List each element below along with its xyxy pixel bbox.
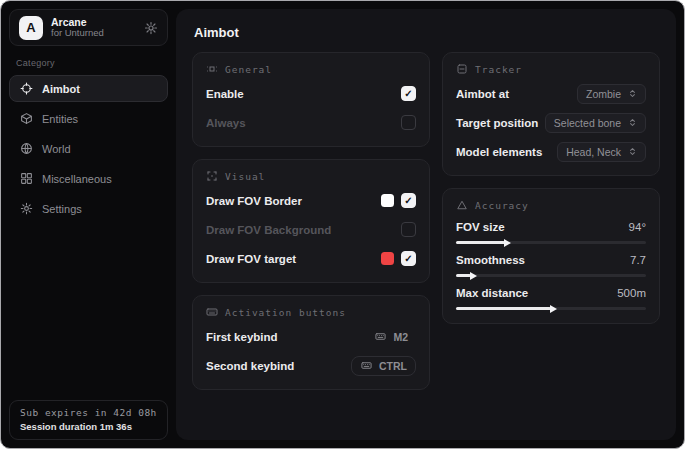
card-header-label: Tracker [475, 64, 522, 75]
setting-label: FOV size [456, 221, 505, 233]
setting-label: Draw FOV Background [206, 224, 331, 236]
enable-checkbox[interactable] [401, 86, 416, 101]
keyboard-icon [206, 306, 218, 318]
max-distance-slider[interactable] [456, 307, 646, 310]
sidebar-item-label: Miscellaneous [42, 173, 112, 185]
dropdown-value: Zombie [586, 88, 621, 100]
first-keybind-button[interactable]: M2 [366, 328, 416, 346]
chevrons-up-down-icon [628, 146, 637, 157]
setting-row: Draw FOV Background [206, 219, 416, 240]
fov-border-color-swatch[interactable] [381, 194, 394, 207]
aimbot-at-dropdown[interactable]: Zombie [577, 84, 646, 104]
slider-thumb[interactable] [550, 305, 557, 313]
brand-text: Arcane for Unturned [51, 16, 136, 39]
sidebar-item-label: Aimbot [42, 83, 80, 95]
setting-row: Always [206, 112, 416, 133]
slider-thumb[interactable] [504, 239, 511, 247]
row-controls [381, 193, 416, 208]
setting-row: Model elements Head, Neck [456, 141, 646, 162]
sidebar-item-aimbot[interactable]: Aimbot [9, 75, 168, 102]
sidebar-item-label: Settings [42, 203, 82, 215]
chevrons-up-down-icon [628, 117, 637, 128]
setting-row: Aimbot at Zombie [456, 83, 646, 104]
app-window: A Arcane for Unturned Category Aimbot En… [0, 0, 685, 449]
setting-label: Aimbot at [456, 88, 509, 100]
keyboard-icon [360, 360, 373, 371]
fov-size-slider[interactable] [456, 241, 646, 244]
row-controls [381, 251, 416, 266]
smoothness-slider[interactable] [456, 274, 646, 277]
sidebar: A Arcane for Unturned Category Aimbot En… [1, 1, 176, 448]
smoothness-slider-row: Smoothness 7.7 [456, 254, 646, 277]
setting-label: Second keybind [206, 360, 294, 372]
slider-fill [456, 241, 505, 244]
second-keybind-button[interactable]: CTRL [351, 356, 416, 376]
dropdown-value: Head, Neck [566, 146, 621, 158]
fov-target-checkbox[interactable] [401, 251, 416, 266]
accuracy-card: Accuracy FOV size 94° Smoothness [442, 188, 660, 324]
small-grid-icon [206, 63, 218, 75]
keyboard-icon [374, 331, 387, 342]
slider-value: 500m [617, 287, 646, 299]
scan-icon [456, 63, 468, 75]
right-column: Tracker Aimbot at Zombie Target position… [442, 52, 660, 324]
slider-fill [456, 274, 471, 277]
keybind-value: M2 [393, 331, 408, 343]
slider-value: 7.7 [630, 254, 646, 266]
grid-icon [20, 172, 33, 185]
category-label: Category [16, 58, 168, 68]
crosshair-icon [20, 82, 33, 95]
slider-value: 94° [629, 221, 646, 233]
fov-background-checkbox[interactable] [401, 222, 416, 237]
fov-size-slider-row: FOV size 94° [456, 221, 646, 244]
card-header-label: Accuracy [475, 200, 529, 211]
setting-label: Model elements [456, 146, 542, 158]
setting-row: Draw FOV target [206, 248, 416, 269]
slider-fill [456, 307, 551, 310]
setting-label: Enable [206, 88, 244, 100]
settings-gear-icon [20, 202, 33, 215]
tracker-card-header: Tracker [456, 63, 646, 75]
left-column: General Enable Always Visual [192, 52, 430, 390]
visual-card-header: Visual [206, 170, 416, 182]
setting-label: Always [206, 117, 246, 129]
brand-subtitle: for Unturned [51, 28, 136, 39]
page-title: Aimbot [194, 25, 660, 40]
sidebar-item-entities[interactable]: Entities [9, 105, 168, 132]
general-card-header: General [206, 63, 416, 75]
setting-label: First keybind [206, 331, 278, 343]
setting-label: Target position [456, 117, 538, 129]
sidebar-item-label: Entities [42, 113, 78, 125]
max-distance-slider-row: Max distance 500m [456, 287, 646, 310]
sidebar-item-miscellaneous[interactable]: Miscellaneous [9, 165, 168, 192]
gear-icon[interactable] [144, 21, 158, 35]
dropdown-value: Selected bone [554, 117, 621, 129]
setting-label: Draw FOV Border [206, 195, 302, 207]
setting-row: Second keybind CTRL [206, 355, 416, 376]
sidebar-nav: Aimbot Entities World Miscellaneous Sett… [9, 75, 168, 222]
sidebar-item-settings[interactable]: Settings [9, 195, 168, 222]
package-icon [20, 112, 33, 125]
dashed-square-icon [206, 170, 218, 182]
globe-icon [20, 142, 33, 155]
target-position-dropdown[interactable]: Selected bone [545, 113, 646, 133]
fov-border-checkbox[interactable] [401, 193, 416, 208]
setting-row: Draw FOV Border [206, 190, 416, 211]
model-elements-dropdown[interactable]: Head, Neck [557, 142, 646, 162]
card-header-label: Activation buttons [225, 307, 346, 318]
brand-card: A Arcane for Unturned [9, 9, 168, 46]
setting-label: Draw FOV target [206, 253, 296, 265]
sidebar-item-world[interactable]: World [9, 135, 168, 162]
content-columns: General Enable Always Visual [192, 52, 660, 390]
general-card: General Enable Always [192, 52, 430, 147]
always-checkbox[interactable] [401, 115, 416, 130]
sidebar-item-label: World [42, 143, 71, 155]
sub-expiry-text: Sub expires in 42d 08h [20, 407, 157, 418]
main-panel: Aimbot General Enable Always [176, 9, 676, 440]
setting-row: Enable [206, 83, 416, 104]
tracker-card: Tracker Aimbot at Zombie Target position… [442, 52, 660, 176]
chevrons-up-down-icon [628, 88, 637, 99]
fov-target-color-swatch[interactable] [381, 252, 394, 265]
slider-thumb[interactable] [470, 272, 477, 280]
accuracy-card-header: Accuracy [456, 199, 646, 211]
